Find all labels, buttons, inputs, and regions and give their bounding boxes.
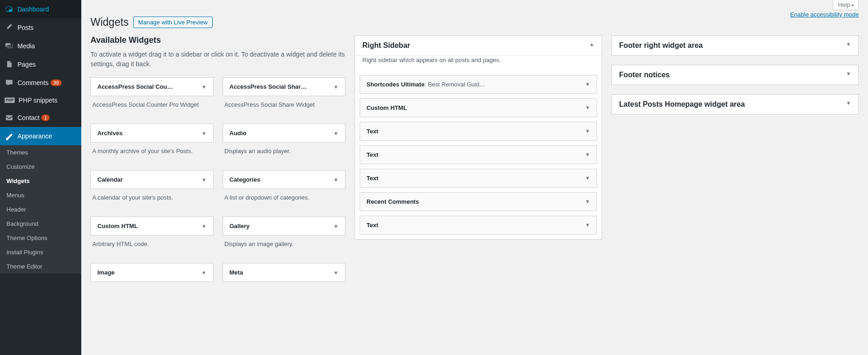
widget-area-title: Latest Posts Homepage widget area (619, 100, 745, 109)
sidebar-label: Comments (17, 79, 49, 86)
chevron-down-icon: ▼ (585, 199, 590, 204)
chevron-down-icon: ▼ (846, 41, 851, 47)
widget-desc: AccessPress Social Counter Pro Widget (90, 96, 214, 124)
submenu-install-plugins[interactable]: Install Plugins (0, 245, 81, 259)
submenu-theme-options[interactable]: Theme Options (0, 231, 81, 245)
chevron-down-icon: ▼ (585, 222, 590, 228)
widget-area-title: Footer notices (619, 71, 670, 79)
widget-area: Footer right widget area▼ (611, 35, 859, 56)
available-widget[interactable]: Categories▼ (223, 170, 346, 189)
submenu-themes[interactable]: Themes (0, 145, 81, 160)
chevron-down-icon: ▼ (202, 84, 207, 90)
sidebar-label: Dashboard (17, 6, 49, 13)
submenu-widgets[interactable]: Widgets (0, 174, 81, 188)
placed-widget[interactable]: Text▼ (360, 216, 597, 235)
available-widget[interactable]: Calendar▼ (90, 170, 214, 189)
page-icon (5, 60, 14, 69)
widget-area-header[interactable]: Right Sidebar ▲ (355, 36, 602, 56)
sidebar-item-pages[interactable]: Pages (0, 55, 81, 74)
sidebar-areas-column-1: Right Sidebar ▲ Right sidebar which appe… (355, 35, 602, 249)
chevron-down-icon: ▼ (333, 270, 338, 275)
accessibility-mode-link[interactable]: Enable accessibility mode (790, 11, 859, 18)
chevron-down-icon: ▼ (585, 175, 590, 181)
sidebar-item-appearance[interactable]: Appearance (0, 127, 81, 145)
placed-widget[interactable]: Custom HTML▼ (360, 98, 597, 117)
widget-area-right-sidebar: Right Sidebar ▲ Right sidebar which appe… (355, 35, 602, 240)
available-widget[interactable]: Audio▼ (223, 124, 346, 143)
sidebar-label: Media (17, 42, 35, 50)
available-widget[interactable]: Image▼ (90, 263, 214, 282)
widget-title: AccessPress Social Cou… (97, 83, 173, 90)
placed-widget[interactable]: Text▼ (360, 145, 597, 164)
available-widgets-column: Available Widgets To activate a widget d… (90, 35, 345, 282)
live-preview-button[interactable]: Manage with Live Preview (133, 17, 213, 28)
widget-desc: Displays an audio player. (223, 143, 346, 170)
available-widget[interactable]: AccessPress Social Cou…▼ (90, 77, 214, 96)
sidebar-label: Pages (17, 61, 36, 68)
media-icon (5, 41, 14, 51)
sidebar-item-contact[interactable]: Contact 1 (0, 109, 81, 127)
chevron-down-icon: ▼ (846, 71, 851, 76)
submenu-header[interactable]: Header (0, 202, 81, 217)
sidebar-item-php-snippets[interactable]: PHP PHP snippets (0, 92, 81, 109)
widget-title: Image (97, 269, 115, 276)
widget-area-header[interactable]: Footer notices▼ (612, 65, 858, 85)
placed-widget[interactable]: Shortcodes Ultimate: Best Removal Guid…▼ (360, 75, 597, 94)
placed-widget-subtitle: : Best Removal Guid… (424, 81, 485, 88)
chevron-down-icon: ▼ (846, 100, 851, 106)
submenu-theme-editor[interactable]: Theme Editor (0, 259, 81, 274)
available-widget[interactable]: Archives▼ (90, 124, 214, 143)
submenu-customize[interactable]: Customize (0, 160, 81, 174)
php-icon: PHP (5, 97, 15, 103)
widget-desc: A calendar of your site's posts. (90, 189, 214, 217)
widget-area-header[interactable]: Footer right widget area▼ (612, 36, 858, 55)
appearance-submenu: Themes Customize Widgets Menus Header Ba… (0, 145, 81, 274)
sidebar-item-posts[interactable]: Posts (0, 18, 81, 37)
placed-widget[interactable]: Recent Comments▼ (360, 192, 597, 211)
sidebar-label: Appearance (17, 132, 52, 140)
contact-badge: 1 (41, 115, 50, 121)
available-widget[interactable]: Custom HTML▼ (90, 217, 214, 235)
chevron-down-icon: ▼ (202, 270, 207, 275)
chevron-down-icon: ▼ (202, 177, 207, 183)
placed-widget-title: Text (366, 222, 378, 229)
sidebar-item-media[interactable]: Media (0, 37, 81, 55)
sidebar-label: Contact (17, 114, 39, 121)
chevron-down-icon: ▼ (585, 81, 590, 87)
placed-widget[interactable]: Text▼ (360, 169, 597, 188)
widget-area-body: Shortcodes Ultimate: Best Removal Guid…▼… (355, 75, 602, 239)
chevron-down-icon: ▼ (333, 177, 338, 183)
available-widgets-grid: AccessPress Social Cou…▼AccessPress Soci… (90, 77, 345, 282)
submenu-background[interactable]: Background (0, 217, 81, 231)
placed-widget-title: Custom HTML (366, 104, 407, 111)
comment-icon (5, 78, 14, 87)
widget-title: Meta (230, 269, 243, 276)
available-widgets-help: To activate a widget drag it to a sideba… (90, 50, 345, 69)
chevron-up-icon: ▲ (589, 41, 594, 47)
placed-widget-title: Recent Comments (366, 198, 419, 205)
help-tab[interactable]: Help (833, 0, 859, 10)
available-widget[interactable]: AccessPress Social Shar…▼ (223, 77, 346, 96)
screen-meta: Help Enable accessibility mode (790, 0, 859, 18)
placed-widget[interactable]: Text▼ (360, 122, 597, 141)
widget-area-desc: Right sidebar which appears on all posts… (355, 56, 602, 70)
chevron-down-icon: ▼ (585, 128, 590, 134)
available-widget[interactable]: Gallery▼ (223, 217, 346, 235)
sidebar-item-dashboard[interactable]: Dashboard (0, 0, 81, 18)
available-widget[interactable]: Meta▼ (223, 263, 346, 282)
dashboard-icon (5, 5, 14, 14)
widget-title: Gallery (230, 223, 250, 229)
brush-icon (5, 132, 14, 141)
sidebar-label: Posts (17, 24, 34, 31)
widget-desc: A monthly archive of your site's Posts. (90, 143, 214, 170)
admin-sidebar: Dashboard Posts Media Pages Comments 39 … (0, 0, 81, 355)
submenu-menus[interactable]: Menus (0, 188, 81, 202)
sidebar-item-comments[interactable]: Comments 39 (0, 74, 81, 92)
sidebar-label: PHP snippets (18, 97, 57, 104)
widget-area-header[interactable]: Latest Posts Homepage widget area▼ (612, 95, 858, 114)
chevron-down-icon: ▼ (202, 131, 207, 136)
widget-title: AccessPress Social Shar… (230, 83, 307, 90)
chevron-down-icon: ▼ (585, 105, 590, 110)
widget-desc: A list or dropdown of categories. (223, 189, 346, 217)
widget-area-title: Footer right widget area (619, 41, 703, 50)
